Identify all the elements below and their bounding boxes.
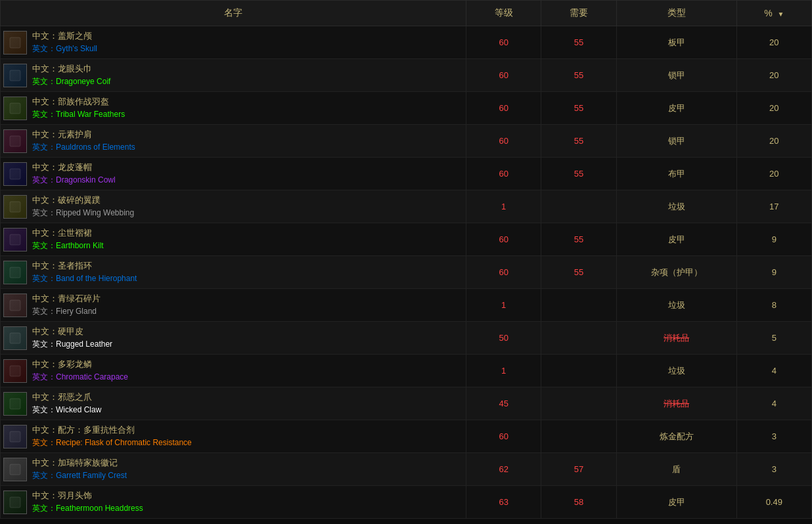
table-row: 中文：元素护肩英文：Pauldrons of Elements6055锁甲20 bbox=[1, 125, 812, 158]
item-cn-name: 中文：破碎的翼蹼 bbox=[32, 194, 134, 206]
item-en-name[interactable]: 英文：Feathermoon Headdress bbox=[32, 503, 143, 514]
item-cn-name: 中文：多彩龙鳞 bbox=[32, 359, 128, 370]
item-type: 皮甲 bbox=[616, 223, 736, 256]
item-cn-name: 中文：龙眼头巾 bbox=[32, 63, 110, 75]
item-level: 60 bbox=[466, 158, 541, 190]
col-header-type: 类型 bbox=[616, 1, 736, 26]
item-name-cell: 中文：龙眼头巾英文：Dragoneye Coif bbox=[1, 59, 466, 92]
item-cn-name: 中文：配方：多重抗性合剂 bbox=[32, 424, 192, 436]
item-pct: 3 bbox=[736, 420, 811, 453]
item-level: 1 bbox=[466, 289, 541, 322]
item-icon bbox=[3, 228, 27, 251]
item-name-cell: 中文：硬甲皮英文：Rugged Leather bbox=[1, 322, 466, 355]
col-req-label: 需要 bbox=[570, 7, 588, 18]
item-type: 皮甲 bbox=[616, 92, 736, 125]
item-level: 45 bbox=[466, 387, 541, 420]
item-icon bbox=[3, 261, 27, 284]
item-en-name[interactable]: 英文：Ripped Wing Webbing bbox=[32, 207, 134, 219]
item-type: 垃圾 bbox=[616, 289, 736, 322]
item-name-cell: 中文：盖斯之颅英文：Gyth's Skull bbox=[1, 26, 466, 59]
item-type: 消耗品 bbox=[616, 322, 736, 355]
svg-rect-3 bbox=[10, 136, 20, 146]
loot-table: 名字 等级 需要 类型 % ▼ 中文：盖斯之颅英文：Gyth's Skull60… bbox=[0, 0, 812, 519]
svg-rect-1 bbox=[10, 70, 20, 81]
svg-rect-12 bbox=[10, 431, 20, 442]
table-row: 中文：加瑞特家族徽记英文：Garrett Family Crest6257盾3 bbox=[1, 453, 812, 486]
item-name-cell: 中文：龙皮蓬帽英文：Dragonskin Cowl bbox=[1, 158, 466, 190]
item-en-name[interactable]: 英文：Band of the Hierophant bbox=[32, 273, 137, 284]
item-level: 60 bbox=[466, 92, 541, 125]
item-req: 55 bbox=[541, 26, 616, 59]
item-en-name[interactable]: 英文：Gyth's Skull bbox=[32, 43, 97, 55]
item-en-name[interactable]: 英文：Pauldrons of Elements bbox=[32, 142, 135, 153]
item-en-name[interactable]: 英文：Recipe: Flask of Chromatic Resistance bbox=[32, 437, 192, 448]
item-level: 60 bbox=[466, 125, 541, 158]
item-icon bbox=[3, 491, 27, 514]
item-cn-name: 中文：尘世褶裙 bbox=[32, 227, 104, 239]
item-en-name[interactable]: 英文：Fiery Gland bbox=[32, 306, 101, 317]
item-en-name[interactable]: 英文：Rugged Leather bbox=[32, 339, 112, 350]
item-pct: 8 bbox=[736, 289, 811, 322]
item-type: 垃圾 bbox=[616, 190, 736, 223]
item-level: 60 bbox=[466, 256, 541, 289]
item-cn-name: 中文：邪恶之爪 bbox=[32, 391, 101, 403]
item-cn-name: 中文：元素护肩 bbox=[32, 129, 135, 141]
item-level: 1 bbox=[466, 190, 541, 223]
item-en-name[interactable]: 英文：Wicked Claw bbox=[32, 404, 101, 416]
item-icon bbox=[3, 129, 27, 153]
item-pct: 5 bbox=[736, 322, 811, 355]
item-name-cell: 中文：圣者指环英文：Band of the Hierophant bbox=[1, 256, 466, 289]
item-en-name[interactable]: 英文：Dragonskin Cowl bbox=[32, 175, 116, 186]
item-en-name[interactable]: 英文：Chromatic Carapace bbox=[32, 372, 128, 383]
item-icon bbox=[3, 31, 27, 55]
item-en-name[interactable]: 英文：Tribal War Feathers bbox=[32, 109, 125, 120]
col-header-pct[interactable]: % ▼ bbox=[736, 1, 811, 26]
item-en-name[interactable]: 英文：Garrett Family Crest bbox=[32, 470, 127, 481]
item-name-cell: 中文：加瑞特家族徽记英文：Garrett Family Crest bbox=[1, 453, 466, 486]
item-pct: 20 bbox=[736, 26, 811, 59]
item-en-name[interactable]: 英文：Dragoneye Coif bbox=[32, 76, 110, 87]
sort-desc-icon: ▼ bbox=[778, 11, 784, 18]
table-row: 中文：破碎的翼蹼英文：Ripped Wing Webbing1垃圾17 bbox=[1, 190, 812, 223]
item-req: 57 bbox=[541, 453, 616, 486]
item-req: 55 bbox=[541, 256, 616, 289]
item-cn-name: 中文：龙皮蓬帽 bbox=[32, 162, 116, 173]
item-req bbox=[541, 355, 616, 387]
item-cn-name: 中文：加瑞特家族徽记 bbox=[32, 457, 127, 469]
item-type: 炼金配方 bbox=[616, 420, 736, 453]
item-type: 布甲 bbox=[616, 158, 736, 190]
item-icon bbox=[3, 162, 27, 186]
item-req bbox=[541, 322, 616, 355]
item-pct: 3 bbox=[736, 453, 811, 486]
item-type: 垃圾 bbox=[616, 355, 736, 387]
table-row: 中文：羽月头饰英文：Feathermoon Headdress6358皮甲0.4… bbox=[1, 486, 812, 519]
item-req: 58 bbox=[541, 486, 616, 519]
item-name-cell: 中文：青绿石碎片英文：Fiery Gland bbox=[1, 289, 466, 322]
table-row: 中文：配方：多重抗性合剂英文：Recipe: Flask of Chromati… bbox=[1, 420, 812, 453]
item-cn-name: 中文：圣者指环 bbox=[32, 260, 137, 272]
table-row: 中文：青绿石碎片英文：Fiery Gland1垃圾8 bbox=[1, 289, 812, 322]
table-row: 中文：硬甲皮英文：Rugged Leather50消耗品5 bbox=[1, 322, 812, 355]
svg-rect-10 bbox=[10, 366, 20, 376]
item-en-name[interactable]: 英文：Earthborn Kilt bbox=[32, 240, 104, 251]
item-level: 62 bbox=[466, 453, 541, 486]
item-type: 锁甲 bbox=[616, 125, 736, 158]
item-name-cell: 中文：破碎的翼蹼英文：Ripped Wing Webbing bbox=[1, 190, 466, 223]
item-level: 60 bbox=[466, 59, 541, 92]
col-type-label: 类型 bbox=[667, 7, 686, 18]
table-row: 中文：盖斯之颅英文：Gyth's Skull6055板甲20 bbox=[1, 26, 812, 59]
item-type: 杂项（护甲） bbox=[616, 256, 736, 289]
item-req: 55 bbox=[541, 125, 616, 158]
svg-rect-2 bbox=[10, 103, 20, 114]
svg-rect-14 bbox=[10, 497, 20, 508]
item-pct: 0.49 bbox=[736, 486, 811, 519]
item-icon bbox=[3, 359, 27, 383]
item-type: 皮甲 bbox=[616, 486, 736, 519]
item-name-cell: 中文：部族作战羽盔英文：Tribal War Feathers bbox=[1, 92, 466, 125]
item-req bbox=[541, 387, 616, 420]
item-level: 63 bbox=[466, 486, 541, 519]
col-header-level: 等级 bbox=[466, 1, 541, 26]
item-name-cell: 中文：羽月头饰英文：Feathermoon Headdress bbox=[1, 486, 466, 519]
item-level: 1 bbox=[466, 355, 541, 387]
item-icon bbox=[3, 97, 27, 120]
